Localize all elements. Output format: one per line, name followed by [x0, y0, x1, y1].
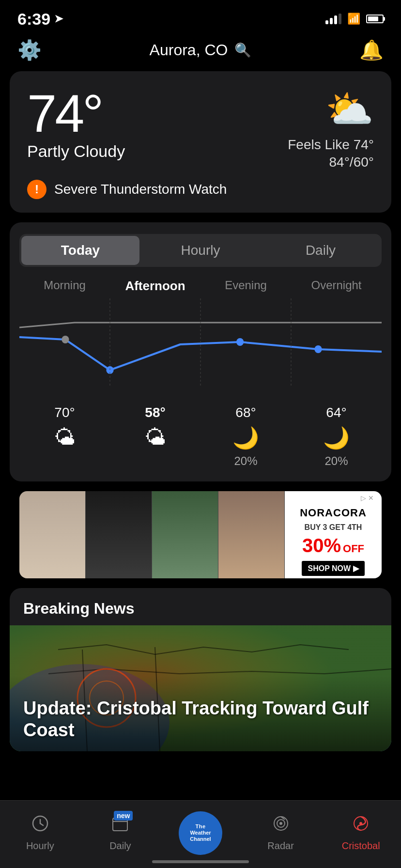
- tab-today[interactable]: Today: [21, 236, 139, 265]
- nav-cristobal[interactable]: Cristobal: [321, 808, 401, 852]
- weather-alert[interactable]: ! Severe Thunderstorm Watch: [27, 180, 374, 199]
- wifi-icon: 📶: [347, 13, 360, 25]
- news-headline: Update: Cristobal Tracking Toward Gulf C…: [10, 688, 391, 751]
- location-selector[interactable]: Aurora, CO 🔍: [150, 41, 252, 59]
- tab-hourly[interactable]: Hourly: [141, 236, 260, 265]
- period-weather-icons: 🌤 🌤 🌙 🌙: [10, 425, 391, 450]
- temp-evening: 68°: [200, 405, 291, 420]
- weather-condition-icon: ⛅: [288, 87, 374, 132]
- period-temperatures: 70° 58° 68° 64°: [10, 405, 391, 420]
- radar-icon: [272, 815, 290, 837]
- nav-cristobal-label: Cristobal: [342, 840, 380, 852]
- alert-text: Severe Thunderstorm Watch: [54, 182, 227, 197]
- svg-line-14: [40, 823, 43, 825]
- icon-evening: 🌙: [200, 425, 291, 450]
- daily-icon-wrap: new: [111, 815, 129, 837]
- nav-radar[interactable]: Radar: [241, 808, 321, 852]
- ad-brand-name: NORACORA: [300, 507, 367, 519]
- ad-discount-value: 30%: [302, 536, 341, 555]
- icon-morning: 🌤: [19, 425, 110, 450]
- notifications-icon[interactable]: 🔔: [359, 39, 384, 62]
- signal-bars-icon: [325, 14, 341, 24]
- tab-daily[interactable]: Daily: [262, 236, 380, 265]
- temperature-chart: [10, 298, 391, 395]
- ad-image-3: [152, 491, 218, 578]
- ad-off-label: OFF: [343, 542, 364, 555]
- status-bar: 6:39 ➤ 📶: [0, 0, 401, 34]
- tod-evening: Evening: [200, 279, 291, 294]
- search-icon[interactable]: 🔍: [234, 42, 251, 58]
- ad-shop-button[interactable]: SHOP NOW ▶: [302, 561, 364, 576]
- home-indicator: [152, 860, 249, 863]
- breaking-news-label: Breaking News: [10, 588, 391, 625]
- ad-image-1: [19, 491, 86, 578]
- status-icons: 📶: [325, 13, 384, 25]
- tod-overnight: Overnight: [291, 279, 382, 294]
- precip-overnight: 20%: [291, 454, 382, 468]
- high-low-label: 84°/60°: [288, 155, 374, 170]
- svg-point-24: [359, 822, 362, 825]
- forecast-tabs: Today Hourly Daily: [19, 234, 382, 267]
- time-of-day-headers: Morning Afternoon Evening Overnight: [10, 279, 391, 294]
- alert-icon: !: [27, 180, 46, 199]
- ad-image-2: [86, 491, 152, 578]
- period-precipitation: 20% 20%: [10, 454, 391, 468]
- svg-point-2: [236, 338, 244, 346]
- time-display: 6:39: [17, 10, 50, 29]
- top-nav: ⚙️ Aurora, CO 🔍 🔔: [0, 34, 401, 71]
- temp-afternoon: 58°: [110, 405, 200, 420]
- temp-chart-svg: [19, 298, 382, 386]
- nav-daily[interactable]: new Daily: [80, 808, 161, 852]
- new-badge: new: [114, 811, 133, 821]
- precip-morning: [19, 454, 110, 468]
- hurricane-icon: [352, 815, 370, 837]
- nav-radar-label: Radar: [267, 840, 293, 852]
- ad-image-4: [218, 491, 285, 578]
- current-temperature: 74°: [27, 87, 125, 140]
- feels-like-label: Feels Like 74°: [288, 137, 374, 153]
- nav-weather-channel[interactable]: The Weather Channel: [160, 805, 241, 855]
- ad-offer-text: BUY 3 GET 4TH: [305, 523, 362, 532]
- clock-icon: [31, 815, 49, 837]
- current-weather-card: 74° Partly Cloudy ⛅ Feels Like 74° 84°/6…: [10, 71, 391, 213]
- temp-overnight: 64°: [291, 405, 382, 420]
- location-arrow-icon: ➤: [54, 13, 63, 25]
- nav-hourly[interactable]: Hourly: [0, 808, 80, 852]
- breaking-news-card[interactable]: Breaking News Update: Cristobal: [10, 588, 391, 751]
- temp-morning: 70°: [19, 405, 110, 420]
- icon-afternoon: 🌤: [110, 425, 200, 450]
- bottom-navigation: Hourly new Daily The Weather Channel: [0, 800, 401, 868]
- battery-icon: [366, 15, 384, 23]
- svg-point-3: [314, 345, 322, 353]
- news-image: Update: Cristobal Tracking Toward Gulf C…: [10, 625, 391, 751]
- status-time: 6:39 ➤: [17, 10, 63, 29]
- precip-afternoon: [110, 454, 200, 468]
- tod-afternoon: Afternoon: [110, 279, 200, 294]
- nav-hourly-label: Hourly: [26, 840, 54, 852]
- forecast-card: Today Hourly Daily Morning Afternoon Eve…: [10, 222, 391, 481]
- ad-cta-panel[interactable]: ▷ ✕ NORACORA BUY 3 GET 4TH 30% OFF SHOP …: [285, 491, 382, 578]
- tod-morning: Morning: [19, 279, 110, 294]
- precip-evening: 20%: [200, 454, 291, 468]
- icon-overnight: 🌙: [291, 425, 382, 450]
- svg-point-0: [62, 336, 69, 343]
- svg-point-21: [279, 822, 282, 825]
- nav-daily-label: Daily: [109, 840, 131, 852]
- weather-channel-logo: The Weather Channel: [179, 811, 222, 855]
- location-label: Aurora, CO: [150, 41, 228, 59]
- advertisement[interactable]: ▷ ✕ NORACORA BUY 3 GET 4TH 30% OFF SHOP …: [10, 491, 391, 578]
- current-condition: Partly Cloudy: [27, 142, 125, 161]
- settings-icon[interactable]: ⚙️: [17, 39, 42, 62]
